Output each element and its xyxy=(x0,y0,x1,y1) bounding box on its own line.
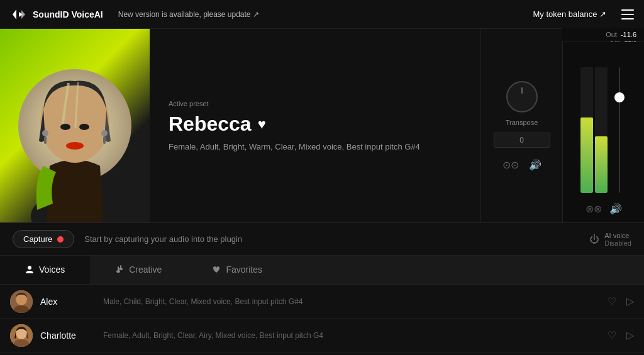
token-balance[interactable]: My token balance ↗ xyxy=(533,9,606,19)
preset-name-text: Rebecca xyxy=(169,112,252,136)
capture-bar: Capture Start by capturing your audio in… xyxy=(0,223,644,256)
hamburger-icon xyxy=(621,9,634,19)
link-icon[interactable]: ⊙⊙ xyxy=(502,159,519,171)
svg-point-18 xyxy=(116,270,120,273)
vu-fill-left xyxy=(580,117,593,193)
voice-item-fiona[interactable]: Fiona Female, Teen, Warm, Clear, Nasal, … xyxy=(0,352,644,355)
preset-image xyxy=(0,29,150,222)
tab-creative-label: Creative xyxy=(129,265,162,275)
voice-item-alex[interactable]: Alex Male, Child, Bright, Clear, Mixed v… xyxy=(0,285,644,319)
avatar-image-charlotte xyxy=(10,324,33,347)
svg-point-8 xyxy=(66,142,84,150)
ai-voice-section: ⏻ AI voice Disabled xyxy=(589,232,631,247)
logo-text: SoundID VoiceAI xyxy=(33,9,103,19)
main-area: Active preset Rebecca ♥ Female, Adult, B… xyxy=(0,29,644,223)
preset-favorite-icon[interactable]: ♥ xyxy=(258,116,266,133)
favorite-button-alex[interactable]: ♡ xyxy=(608,295,616,307)
logo-icon xyxy=(10,6,28,23)
capture-button[interactable]: Capture xyxy=(13,230,74,248)
voice-actions-alex: ♡ ▷ xyxy=(608,295,634,307)
svg-rect-3 xyxy=(621,9,634,11)
voice-name-alex: Alex xyxy=(40,297,103,307)
chain-icon[interactable]: ⊗⊗ xyxy=(586,203,602,215)
out-label: Out xyxy=(606,31,617,38)
ai-voice-status: Disabled xyxy=(604,239,631,247)
svg-point-9 xyxy=(60,124,70,130)
menu-button[interactable] xyxy=(621,9,634,19)
voice-list: Alex Male, Child, Bright, Clear, Mixed v… xyxy=(0,285,644,355)
music-icon xyxy=(115,265,124,274)
voice-tags-alex: Male, Child, Bright, Clear, Mixed voice,… xyxy=(103,297,608,306)
play-button-charlotte[interactable]: ▷ xyxy=(626,329,634,341)
svg-rect-4 xyxy=(621,14,634,15)
avatar-alex xyxy=(10,290,33,313)
capture-instructions: Start by capturing your audio into the p… xyxy=(84,234,242,244)
preset-section: Active preset Rebecca ♥ Female, Adult, B… xyxy=(0,29,480,222)
active-preset-label: Active preset xyxy=(169,100,462,107)
volume-icon[interactable]: 🔊 xyxy=(529,159,541,171)
tab-voices-label: Voices xyxy=(39,265,65,275)
preset-tags: Female, Adult, Bright, Warm, Clear, Mixe… xyxy=(169,142,462,151)
svg-point-10 xyxy=(79,124,89,130)
power-icon[interactable]: ⏻ xyxy=(589,234,599,245)
svg-rect-5 xyxy=(621,18,634,19)
svg-point-12 xyxy=(101,130,108,136)
play-button-alex[interactable]: ▷ xyxy=(626,295,634,307)
svg-point-15 xyxy=(28,266,31,270)
tabs-bar: Voices Creative Favorites xyxy=(0,256,644,285)
vu-slider[interactable] xyxy=(612,67,627,193)
voice-name-charlotte: Charlotte xyxy=(40,330,103,341)
person-silhouette xyxy=(9,40,141,222)
tab-favorites[interactable]: Favorites xyxy=(187,256,287,284)
voice-actions-charlotte: ♡ ▷ xyxy=(608,329,634,341)
avatar-charlotte xyxy=(10,324,33,347)
ai-voice-label: AI voice xyxy=(604,232,629,239)
vu-fill-right xyxy=(595,136,608,193)
logo: SoundID VoiceAI xyxy=(10,6,103,23)
avatar-image-alex xyxy=(10,290,33,313)
svg-point-19 xyxy=(119,268,123,270)
transpose-value[interactable]: 0 xyxy=(494,133,550,148)
preset-info: Active preset Rebecca ♥ Female, Adult, B… xyxy=(150,29,480,222)
update-banner[interactable]: New version is available, please update … xyxy=(118,10,259,19)
transpose-icons: ⊙⊙ 🔊 xyxy=(502,159,541,171)
svg-marker-2 xyxy=(21,10,25,19)
vu-meter-left xyxy=(580,67,593,193)
vu-meter-right xyxy=(595,67,608,193)
out-value: -11.6 xyxy=(621,31,636,38)
voice-tags-charlotte: Female, Adult, Bright, Clear, Airy, Mixe… xyxy=(103,331,608,340)
speaker-icon[interactable]: 🔊 xyxy=(609,203,622,215)
heart-icon xyxy=(212,265,221,274)
tab-voices[interactable]: Voices xyxy=(0,256,90,284)
vu-section: Out -11.6 ⊗⊗ 🔊 xyxy=(562,29,644,222)
token-balance-label: My token balance ↗ xyxy=(533,9,606,19)
voice-item-charlotte[interactable]: Charlotte Female, Adult, Bright, Clear, … xyxy=(0,319,644,352)
vu-slider-thumb[interactable] xyxy=(614,92,625,102)
out-level-bar: Out -11.6 xyxy=(562,28,644,41)
transpose-section: Transpose 0 ⊙⊙ 🔊 xyxy=(480,29,562,222)
transpose-knob[interactable] xyxy=(506,81,538,112)
preset-name: Rebecca ♥ xyxy=(169,112,462,136)
header: SoundID VoiceAI New version is available… xyxy=(0,0,644,29)
tab-creative[interactable]: Creative xyxy=(90,256,187,284)
svg-marker-0 xyxy=(13,9,16,19)
capture-label: Capture xyxy=(23,234,52,244)
update-text: New version is available, please update … xyxy=(118,10,259,19)
svg-point-11 xyxy=(42,130,48,136)
person-icon xyxy=(25,265,34,274)
svg-rect-13 xyxy=(44,136,47,144)
vu-bottom-icons: ⊗⊗ 🔊 xyxy=(586,203,622,215)
capture-dot xyxy=(57,236,64,243)
svg-rect-14 xyxy=(103,136,106,144)
vu-slider-track xyxy=(619,67,620,193)
tab-favorites-label: Favorites xyxy=(226,265,262,275)
transpose-label: Transpose xyxy=(506,119,538,126)
favorite-button-charlotte[interactable]: ♡ xyxy=(608,329,616,341)
